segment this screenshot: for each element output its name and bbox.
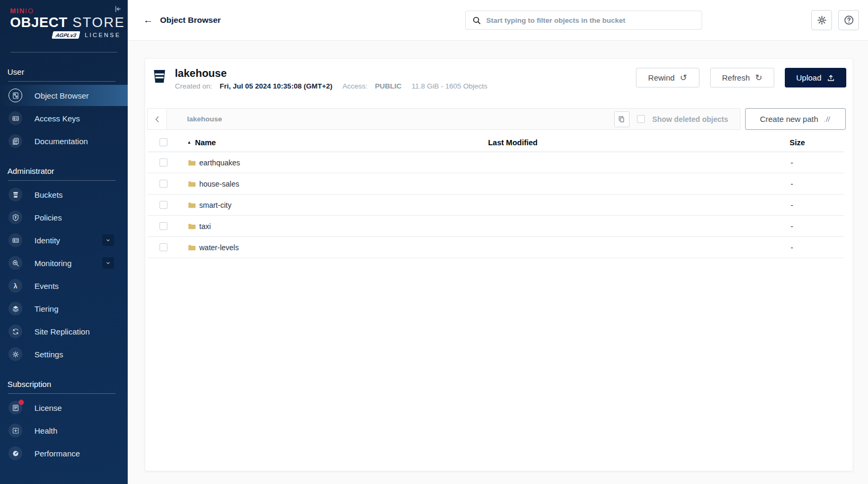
table-row-taxi[interactable]: taxi - (147, 216, 844, 237)
sidebar-item-label: Policies (34, 213, 62, 222)
sidebar-section-user: User (0, 52, 128, 81)
refresh-button[interactable]: Refresh ↻ (710, 68, 775, 87)
object-browser-icon (8, 89, 22, 102)
main-area: ← Object Browser (128, 0, 868, 484)
content: lakehouse Created on: Fri, Jul 05 2024 1… (128, 41, 868, 484)
bucket-info: lakehouse Created on: Fri, Jul 05 2024 1… (175, 67, 488, 90)
product-name: OBJECT STORE (10, 15, 128, 30)
sidebar-item-label: Buckets (34, 190, 63, 199)
topbar-left: ← Object Browser (128, 14, 356, 26)
health-icon (8, 424, 22, 437)
chevron-left-icon (154, 115, 161, 124)
bucket-card: lakehouse Created on: Fri, Jul 05 2024 1… (145, 58, 853, 471)
column-header-size[interactable]: Size (790, 138, 844, 147)
path-back-button[interactable] (148, 109, 167, 129)
agpl-badge: AGPLv3 (52, 31, 81, 39)
settings-button[interactable] (811, 10, 832, 30)
folder-icon (188, 159, 196, 166)
sidebar-item-label: Object Browser (34, 91, 89, 100)
sidebar-item-documentation[interactable]: Documentation (0, 130, 128, 152)
sidebar-item-access-keys[interactable]: Access Keys (0, 108, 128, 129)
sidebar-item-performance[interactable]: Performance (0, 443, 128, 464)
folder-icon (188, 244, 196, 251)
object-name: smart-city (199, 201, 232, 209)
row-checkbox[interactable] (160, 222, 167, 230)
section-divider (8, 180, 116, 181)
policies-icon (8, 210, 22, 224)
table-row-water-levels[interactable]: water-levels - (147, 237, 844, 258)
table-row-house-sales[interactable]: house-sales - (147, 173, 844, 195)
row-size: - (790, 201, 844, 209)
sidebar-item-health[interactable]: Health (0, 420, 128, 441)
access-value: PUBLIC (375, 82, 402, 90)
row-checkbox[interactable] (160, 159, 167, 166)
sidebar-section-subscription: Subscription (0, 366, 128, 393)
upload-icon (827, 74, 835, 82)
upload-button[interactable]: Upload (785, 68, 846, 87)
column-header-last-modified[interactable]: Last Modified (488, 138, 790, 147)
bucket-meta: Created on: Fri, Jul 05 2024 10:35:08 (G… (175, 82, 488, 90)
sidebar-collapse-icon[interactable] (112, 4, 123, 14)
search-icon (472, 16, 481, 25)
row-checkbox[interactable] (160, 201, 167, 209)
bucket-header: lakehouse Created on: Fri, Jul 05 2024 1… (145, 59, 853, 101)
objects-table: ▲ Name Last Modified Size earthquakes (147, 133, 844, 258)
create-new-path-button[interactable]: Create new path (745, 108, 846, 130)
copy-path-button[interactable] (614, 111, 630, 127)
app-root: MINIO OBJECT STORE AGPLv3 LICENSE User O… (0, 0, 868, 484)
object-name: taxi (199, 222, 211, 231)
access-info: Access: PUBLIC (342, 82, 402, 90)
sidebar: MINIO OBJECT STORE AGPLv3 LICENSE User O… (0, 0, 128, 484)
search-box[interactable] (465, 11, 702, 30)
identity-icon (8, 233, 22, 247)
bucket-stats: 11.8 GiB - 1605 Objects (412, 82, 488, 90)
show-deleted-checkbox[interactable] (637, 115, 645, 123)
sidebar-item-label: Settings (34, 350, 63, 359)
sidebar-item-events[interactable]: λ Events (0, 275, 128, 296)
sidebar-item-label: Site Replication (34, 327, 90, 336)
top-bar: ← Object Browser (128, 0, 868, 41)
sidebar-item-label: Documentation (34, 137, 88, 146)
rewind-button[interactable]: Rewind ↺ (636, 68, 699, 87)
sidebar-item-tiering[interactable]: Tiering (0, 298, 128, 319)
sidebar-item-license[interactable]: License (0, 397, 128, 418)
path-row: lakehouse Show deleted objects Create ne… (147, 108, 846, 130)
sidebar-item-policies[interactable]: Policies (0, 207, 128, 228)
chevron-down-icon[interactable] (102, 257, 114, 269)
column-header-name[interactable]: ▲ Name (177, 138, 488, 147)
chevron-down-icon[interactable] (102, 234, 114, 246)
license-icon (8, 401, 22, 415)
created-on: Created on: Fri, Jul 05 2024 10:35:08 (G… (175, 82, 332, 90)
new-path-icon (823, 115, 831, 123)
settings-gear-icon (8, 347, 22, 361)
sidebar-item-label: Events (34, 281, 59, 291)
object-name: water-levels (199, 243, 239, 252)
sidebar-item-site-replication[interactable]: Site Replication (0, 321, 128, 342)
page-title: Object Browser (160, 15, 221, 25)
table-row-earthquakes[interactable]: earthquakes - (147, 152, 844, 173)
table-row-smart-city[interactable]: smart-city - (147, 195, 844, 216)
sidebar-item-settings[interactable]: Settings (0, 344, 128, 365)
refresh-icon: ↻ (755, 73, 762, 83)
search-input[interactable] (486, 16, 695, 24)
sidebar-item-label: Access Keys (34, 114, 80, 123)
minio-logo: MINIO OBJECT STORE AGPLv3 LICENSE (0, 0, 128, 39)
row-checkbox[interactable] (160, 243, 167, 251)
sidebar-item-identity[interactable]: Identity (0, 230, 128, 251)
documentation-icon (8, 134, 22, 148)
object-name: earthquakes (199, 159, 240, 167)
row-checkbox[interactable] (160, 180, 167, 188)
sidebar-item-label: Tiering (34, 304, 58, 313)
section-divider (8, 81, 116, 82)
back-arrow-icon[interactable]: ← (143, 14, 153, 26)
sidebar-item-monitoring[interactable]: Monitoring (0, 252, 128, 274)
row-size: - (790, 159, 844, 167)
sidebar-item-object-browser[interactable]: Object Browser (0, 85, 128, 106)
sidebar-item-buckets[interactable]: Buckets (0, 184, 128, 205)
section-divider (8, 393, 116, 394)
select-all-checkbox[interactable] (160, 138, 167, 146)
events-lambda-icon: λ (8, 279, 22, 293)
brand-name: MINIO (10, 7, 128, 15)
table-header: ▲ Name Last Modified Size (147, 133, 844, 152)
help-button[interactable] (838, 10, 859, 30)
